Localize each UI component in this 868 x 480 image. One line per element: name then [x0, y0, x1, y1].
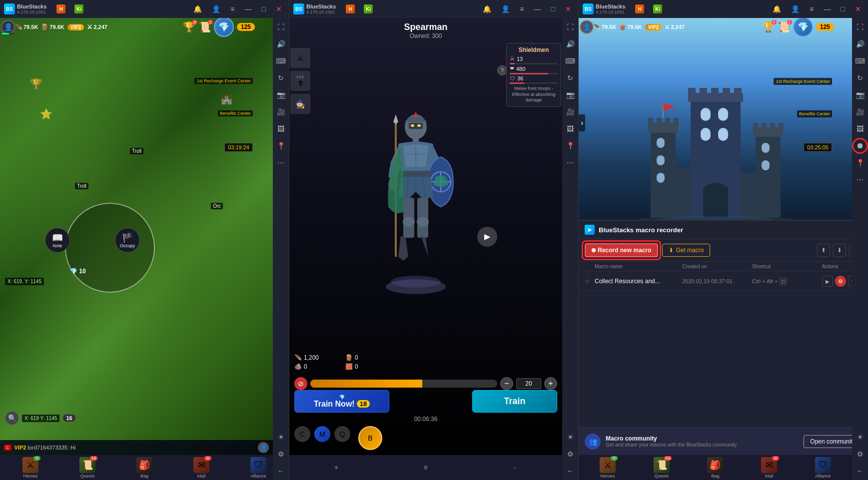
location-icon-1[interactable]: 📍 [275, 140, 287, 152]
mail-btn-3[interactable]: ✉ 8 Mail [761, 457, 777, 479]
rotate-icon-2[interactable]: ↻ [564, 72, 576, 84]
quantity-minus-btn[interactable]: − [500, 377, 513, 390]
expand-icon-2[interactable]: ⛶ [564, 21, 576, 33]
rotate-icon-1[interactable]: ↻ [275, 72, 287, 84]
tab-k-2[interactable]: Ki [360, 3, 377, 14]
p2-icon-m[interactable]: M [314, 426, 330, 442]
bag-btn-1[interactable]: 🎒 Bag [136, 457, 152, 479]
quantity-input[interactable] [516, 378, 541, 389]
sound-icon-3[interactable]: 🔊 [854, 38, 866, 50]
alliance-btn-3[interactable]: 🛡 Alliance [815, 457, 831, 479]
alliance-btn-1[interactable]: 🛡 Alliance [250, 457, 266, 479]
menu-icon-3[interactable]: ≡ [807, 4, 817, 14]
brightness-icon-3[interactable]: ☀ [854, 431, 866, 443]
p3-left-arrow[interactable]: › [579, 114, 585, 131]
camera-icon-2[interactable]: 📷 [564, 89, 576, 101]
user-icon-3[interactable]: 👤 [788, 4, 803, 14]
settings-icon-2[interactable]: ⚙ [564, 448, 576, 460]
bell-icon-2[interactable]: 🔔 [480, 4, 494, 14]
troop-level-icon[interactable]: Lv.1 🗡 [290, 71, 310, 91]
bag-btn-3[interactable]: 🎒 Bag [707, 457, 723, 479]
sound-icon-2[interactable]: 🔊 [564, 38, 576, 50]
occupy-action-btn[interactable]: 🏴 Occupy [115, 228, 140, 253]
train-now-btn[interactable]: 💎 Train Now! 18 [294, 390, 389, 413]
image-icon-2[interactable]: 🖼 [564, 123, 576, 135]
settings-icon-3[interactable]: ⚙ [854, 448, 866, 460]
close-btn-1[interactable]: ✕ [273, 4, 285, 14]
more-icon-3[interactable]: ⋯ [854, 174, 866, 186]
keyboard-icon-3[interactable]: ⌨ [854, 55, 866, 67]
minimize-btn-3[interactable]: — [821, 4, 834, 14]
back-icon-1[interactable]: ← [275, 465, 287, 477]
cancel-training-btn[interactable]: ⊘ [294, 377, 307, 390]
mail-btn-1[interactable]: ✉ 8 Mail [193, 457, 209, 479]
troop-type-icon-1[interactable]: ⚔ [290, 48, 310, 68]
import-macro-btn[interactable]: ⬆ [817, 244, 830, 257]
quests-btn-1[interactable]: 📜 14 Quests [79, 457, 95, 479]
location-icon-2[interactable]: 📍 [564, 140, 576, 152]
troop-type-icon-2[interactable]: 🧙 [290, 94, 310, 114]
maximize-btn-3[interactable]: □ [838, 4, 848, 14]
macro-icon-3[interactable]: ⏺ [854, 140, 866, 152]
record-new-macro-btn[interactable]: Record new macro [585, 243, 658, 257]
close-btn-3[interactable]: ✕ [852, 4, 864, 14]
settings-btn-2[interactable]: ⚙ [423, 465, 428, 471]
note-action-btn[interactable]: 📖 Note [45, 228, 70, 253]
heroes-btn-3[interactable]: ⚔ 5 Heroes [600, 457, 616, 479]
brightness-icon-1[interactable]: ☀ [275, 431, 287, 443]
bell-icon-3[interactable]: 🔔 [770, 4, 784, 14]
quantity-plus-btn[interactable]: + [544, 377, 557, 390]
menu-icon-1[interactable]: ≡ [227, 4, 237, 14]
p2-icon-q[interactable]: Q [334, 426, 350, 442]
get-macro-btn[interactable]: ⬇ Get macro [662, 244, 710, 257]
location-icon-3[interactable]: 📍 [854, 157, 866, 169]
sound-icon-1[interactable]: 🔊 [275, 38, 287, 50]
keyboard-icon-2[interactable]: ⌨ [564, 55, 576, 67]
game-area-2[interactable]: Spearman Owned: 300 ⚔ Lv.1 🗡 🧙 ? Shieldm… [289, 18, 562, 455]
image-icon-3[interactable]: 🖼 [854, 123, 866, 135]
video-icon-3[interactable]: 🎥 [854, 106, 866, 118]
user-icon-1[interactable]: 👤 [209, 4, 223, 14]
play-animation-btn[interactable]: ▶ [477, 227, 497, 247]
maximize-btn-1[interactable]: □ [259, 4, 269, 14]
video-icon-2[interactable]: 🎥 [564, 106, 576, 118]
keyboard-icon-1[interactable]: ⌨ [275, 55, 287, 67]
macro-settings-btn-1[interactable]: ⚙ [835, 276, 846, 287]
tab-h-3[interactable]: H [631, 3, 648, 14]
game-area-1[interactable]: 👤 🪶 79.5K 🪵 79.6K VIP2 ⚔ 2,247 [0, 18, 273, 455]
train-btn[interactable]: Train [472, 390, 557, 413]
minimize-btn-1[interactable]: — [242, 4, 255, 14]
expand-icon-3[interactable]: ⛶ [854, 21, 866, 33]
camera-icon-1[interactable]: 📷 [275, 89, 287, 101]
menu-icon-2[interactable]: ≡ [517, 4, 527, 14]
video-icon-1[interactable]: 🎥 [275, 106, 287, 118]
export-macro-btn[interactable]: ⬇ [833, 244, 846, 257]
quests-btn-3[interactable]: 📜 14 Quests [654, 457, 670, 479]
search-minimap-btn[interactable]: 🔍 [5, 411, 19, 425]
expand-icon-1[interactable]: ⛶ [275, 21, 287, 33]
minimize-btn-2[interactable]: — [531, 4, 544, 14]
camera-icon-3[interactable]: 📷 [854, 89, 866, 101]
close-btn-2[interactable]: ✕ [562, 4, 574, 14]
back-icon-2[interactable]: ← [564, 465, 576, 477]
rotate-icon-3[interactable]: ↻ [854, 72, 866, 84]
p2-icon-c[interactable]: C [294, 426, 310, 442]
back-icon-3[interactable]: ← [854, 465, 866, 477]
brightness-label-2[interactable]: ☀ [334, 465, 339, 471]
heroes-btn-1[interactable]: ⚔ 5 Heroes [22, 457, 38, 479]
tab-h-1[interactable]: H [52, 3, 69, 14]
settings-icon-1[interactable]: ⚙ [275, 448, 287, 460]
tab-k-1[interactable]: Ki [70, 3, 87, 14]
more-icon-1[interactable]: ⋯ [275, 157, 287, 169]
tab-h-2[interactable]: H [342, 3, 359, 14]
user-icon-2[interactable]: 👤 [498, 4, 513, 14]
back-btn-2[interactable]: ← [513, 465, 518, 471]
brightness-icon-2[interactable]: ☀ [564, 431, 576, 443]
macro-play-btn-1[interactable]: ▶ [822, 276, 833, 287]
p2-icon-b[interactable]: B [358, 426, 382, 450]
more-icon-2[interactable]: ⋯ [564, 157, 576, 169]
bell-icon-1[interactable]: 🔔 [190, 4, 205, 14]
game-area-3[interactable]: 👤 🪶79.5K 🪵79.6K VIP2 ⚔2,247 🏆 9 [579, 18, 852, 228]
maximize-btn-2[interactable]: □ [548, 4, 558, 14]
tab-k-3[interactable]: Ki [649, 3, 666, 14]
